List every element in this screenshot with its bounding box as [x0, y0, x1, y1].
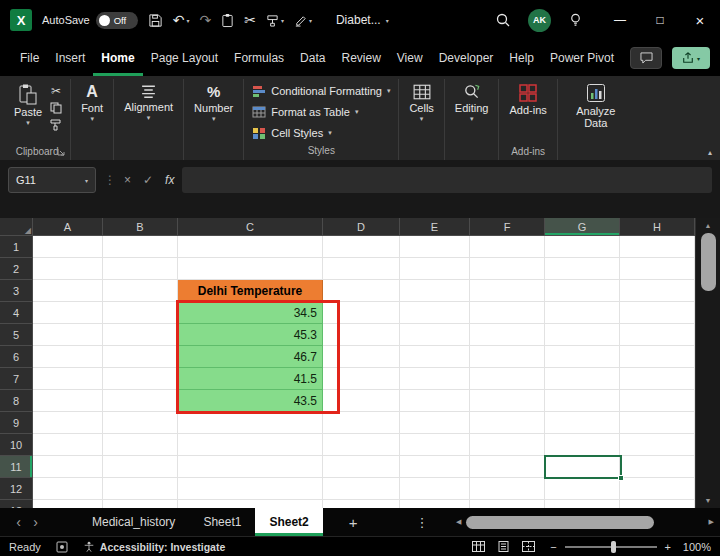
column-header-A[interactable]: A [33, 218, 103, 236]
cell-B11[interactable] [103, 456, 178, 478]
page-layout-view-icon[interactable] [497, 541, 510, 552]
cell-G13[interactable] [545, 500, 620, 508]
paste-button[interactable]: Paste ▾ [9, 80, 47, 128]
cell-D5[interactable] [323, 324, 400, 346]
cell-G10[interactable] [545, 434, 620, 456]
normal-view-icon[interactable] [472, 541, 485, 552]
addins-button[interactable]: Add-ins [504, 80, 551, 119]
row-header-1[interactable]: 1 [0, 236, 33, 258]
cell-C6[interactable]: 46.7 [178, 346, 323, 368]
cancel-icon[interactable]: × [124, 173, 131, 187]
cell-E9[interactable] [400, 412, 470, 434]
cell-H6[interactable] [620, 346, 695, 368]
vertical-scrollbar-thumb[interactable] [701, 233, 716, 291]
cell-F7[interactable] [470, 368, 545, 390]
alignment-button[interactable]: Alignment ▾ [119, 80, 178, 123]
cell-D10[interactable] [323, 434, 400, 456]
row-header-5[interactable]: 5 [0, 324, 33, 346]
cell-E10[interactable] [400, 434, 470, 456]
cell-H11[interactable] [620, 456, 695, 478]
cell-G7[interactable] [545, 368, 620, 390]
cell-E2[interactable] [400, 258, 470, 280]
cell-D3[interactable] [323, 280, 400, 302]
horizontal-scrollbar-thumb[interactable] [466, 516, 654, 529]
autosave-control[interactable]: AutoSave Off [42, 12, 138, 29]
accessibility-status[interactable]: Accessibility: Investigate [83, 541, 225, 553]
menu-tab-file[interactable]: File [12, 40, 47, 76]
column-header-E[interactable]: E [400, 218, 470, 236]
scroll-up-icon[interactable]: ▲ [705, 222, 712, 229]
horizontal-scrollbar[interactable]: ◀ ▶ [456, 508, 714, 536]
cell-C5[interactable]: 45.3 [178, 324, 323, 346]
column-header-G[interactable]: G [545, 218, 620, 236]
cell-D2[interactable] [323, 258, 400, 280]
cell-D9[interactable] [323, 412, 400, 434]
vertical-scrollbar[interactable]: ▲ ▼ [695, 218, 720, 508]
cell-A9[interactable] [33, 412, 103, 434]
zoom-out-button[interactable]: − [550, 541, 556, 553]
cell-E8[interactable] [400, 390, 470, 412]
font-button[interactable]: A Font ▾ [76, 80, 108, 124]
cut-button[interactable]: ✂ [51, 85, 61, 97]
cell-G12[interactable] [545, 478, 620, 500]
cell-E4[interactable] [400, 302, 470, 324]
cell-H13[interactable] [620, 500, 695, 508]
maximize-button[interactable]: □ [640, 0, 680, 40]
cell-styles-button[interactable]: Cell Styles ▾ [249, 122, 393, 143]
cell-B6[interactable] [103, 346, 178, 368]
cell-D8[interactable] [323, 390, 400, 412]
cell-A12[interactable] [33, 478, 103, 500]
cell-A6[interactable] [33, 346, 103, 368]
cell-C7[interactable]: 41.5 [178, 368, 323, 390]
analyze-data-button[interactable]: Analyze Data [563, 80, 629, 132]
scroll-down-icon[interactable]: ▼ [705, 497, 712, 504]
menu-tab-formulas[interactable]: Formulas [226, 40, 292, 76]
cell-C2[interactable] [178, 258, 323, 280]
share-button[interactable]: ▾ [672, 47, 710, 69]
cell-D4[interactable] [323, 302, 400, 324]
menu-tab-developer[interactable]: Developer [431, 40, 502, 76]
copy-button[interactable] [50, 102, 62, 114]
cell-B1[interactable] [103, 236, 178, 258]
excel-logo-icon[interactable]: X [10, 9, 32, 31]
minimize-button[interactable]: — [600, 0, 640, 40]
menu-tab-page-layout[interactable]: Page Layout [143, 40, 226, 76]
cell-H8[interactable] [620, 390, 695, 412]
dialog-launcher-icon[interactable] [57, 148, 65, 156]
row-header-8[interactable]: 8 [0, 390, 33, 412]
conditional-formatting-button[interactable]: Conditional Formatting ▾ [249, 80, 393, 101]
cell-C12[interactable] [178, 478, 323, 500]
cell-F6[interactable] [470, 346, 545, 368]
cell-D13[interactable] [323, 500, 400, 508]
cell-H10[interactable] [620, 434, 695, 456]
cell-C13[interactable] [178, 500, 323, 508]
cell-F5[interactable] [470, 324, 545, 346]
cell-H3[interactable] [620, 280, 695, 302]
cell-B9[interactable] [103, 412, 178, 434]
cell-H1[interactable] [620, 236, 695, 258]
row-header-3[interactable]: 3 [0, 280, 33, 302]
row-header-7[interactable]: 7 [0, 368, 33, 390]
row-header-6[interactable]: 6 [0, 346, 33, 368]
cell-E11[interactable] [400, 456, 470, 478]
column-header-F[interactable]: F [470, 218, 545, 236]
cell-C11[interactable] [178, 456, 323, 478]
sheet-options-button[interactable]: ⋮ [416, 508, 429, 536]
row-header-11[interactable]: 11 [0, 456, 33, 478]
enter-icon[interactable]: ✓ [143, 173, 153, 187]
close-button[interactable]: × [680, 0, 720, 40]
cell-C9[interactable] [178, 412, 323, 434]
cell-A5[interactable] [33, 324, 103, 346]
cell-B4[interactable] [103, 302, 178, 324]
previous-sheet-button[interactable]: ‹ [10, 508, 27, 536]
zoom-level[interactable]: 100% [679, 541, 711, 553]
workbook-name[interactable]: Diabet... ▾ [336, 13, 389, 27]
cell-F13[interactable] [470, 500, 545, 508]
menu-tab-home[interactable]: Home [93, 40, 142, 76]
row-header-12[interactable]: 12 [0, 478, 33, 500]
cell-E3[interactable] [400, 280, 470, 302]
cell-E6[interactable] [400, 346, 470, 368]
row-header-13[interactable]: 13 [0, 500, 33, 508]
select-all-button[interactable]: ◢ [0, 218, 33, 236]
cell-B13[interactable] [103, 500, 178, 508]
